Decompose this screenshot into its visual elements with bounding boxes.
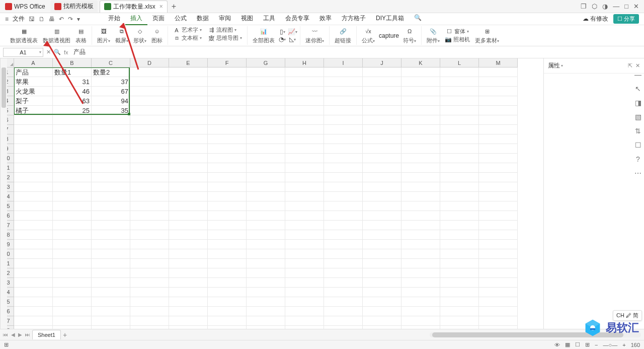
cell[interactable]: [440, 307, 479, 316]
cell[interactable]: [247, 115, 285, 125]
col-header-E[interactable]: E: [169, 58, 208, 67]
close-window-icon[interactable]: ✕: [633, 3, 639, 10]
cell[interactable]: [401, 77, 440, 87]
col-header-K[interactable]: K: [401, 58, 440, 67]
cell[interactable]: [324, 144, 363, 154]
col-header-F[interactable]: F: [208, 58, 247, 67]
cell[interactable]: [53, 278, 92, 288]
cell[interactable]: [14, 307, 53, 316]
cell[interactable]: [14, 278, 53, 288]
cell[interactable]: [285, 316, 324, 326]
col-header-H[interactable]: H: [285, 58, 324, 67]
cell[interactable]: [130, 144, 169, 154]
cell[interactable]: [324, 268, 363, 278]
menu-tab-insert[interactable]: 插入: [125, 13, 147, 25]
cell[interactable]: [130, 259, 169, 268]
cell[interactable]: [247, 192, 285, 201]
cell[interactable]: [208, 182, 247, 192]
sheet-tab-1[interactable]: Sheet1: [32, 330, 61, 339]
col-header-M[interactable]: M: [479, 58, 518, 67]
cell[interactable]: [92, 125, 130, 134]
cell[interactable]: [401, 268, 440, 278]
cell[interactable]: [363, 192, 401, 201]
cell[interactable]: [169, 115, 208, 125]
print-qat-icon[interactable]: 🖶: [49, 16, 55, 23]
cell[interactable]: [324, 192, 363, 201]
cell[interactable]: [479, 230, 518, 240]
textbox-button[interactable]: ⧈文本框▾: [172, 34, 203, 42]
cell[interactable]: [401, 259, 440, 268]
print-preview-qat-icon[interactable]: 🗋: [39, 16, 45, 23]
col-header-J[interactable]: J: [363, 58, 401, 67]
cell[interactable]: [130, 297, 169, 307]
find-icon[interactable]: 🔍: [54, 49, 61, 55]
menu-tab-start[interactable]: 开始: [103, 13, 125, 25]
cell[interactable]: [14, 173, 53, 182]
cell[interactable]: [53, 211, 92, 221]
cell[interactable]: [440, 182, 479, 192]
document-tab[interactable]: 工作簿数量.xlsx ×: [100, 1, 168, 13]
cell[interactable]: [53, 221, 92, 230]
cell[interactable]: [440, 316, 479, 326]
cell[interactable]: [130, 221, 169, 230]
cell[interactable]: [208, 77, 247, 87]
cell[interactable]: [479, 87, 518, 96]
cell[interactable]: 35: [92, 106, 130, 115]
cell[interactable]: [53, 316, 92, 326]
cell[interactable]: [14, 134, 53, 144]
cell[interactable]: [363, 125, 401, 134]
filter-tool-icon[interactable]: ▧: [633, 113, 642, 122]
cell[interactable]: [130, 67, 169, 77]
cell[interactable]: [324, 240, 363, 249]
col-header-B[interactable]: B: [53, 58, 92, 67]
cell[interactable]: [208, 268, 247, 278]
cell[interactable]: [479, 163, 518, 173]
cell[interactable]: [53, 134, 92, 144]
cell[interactable]: [324, 125, 363, 134]
cell[interactable]: [130, 278, 169, 288]
cell[interactable]: [401, 115, 440, 125]
cell[interactable]: [247, 249, 285, 259]
more-tool-icon[interactable]: ⋯: [633, 169, 642, 178]
cell[interactable]: [247, 96, 285, 106]
cell[interactable]: [169, 230, 208, 240]
camera-button[interactable]: 📷照相机: [444, 36, 471, 43]
cell[interactable]: [440, 211, 479, 221]
cell[interactable]: [324, 307, 363, 316]
cell[interactable]: [169, 240, 208, 249]
cell[interactable]: [479, 259, 518, 268]
cube-icon[interactable]: ⬡: [592, 3, 597, 10]
cell[interactable]: [169, 307, 208, 316]
icons-button[interactable]: ☺图标: [150, 27, 164, 44]
cell[interactable]: [285, 211, 324, 221]
cell[interactable]: [401, 173, 440, 182]
file-menu[interactable]: ≡ 文件 🖫 🗋 🖶 ↶ ↷ ▾: [2, 15, 83, 23]
vscroll-thumb[interactable]: [2, 67, 6, 108]
menu-tab-data[interactable]: 数据: [192, 13, 214, 25]
cell[interactable]: [14, 144, 53, 154]
cell[interactable]: [53, 144, 92, 154]
cell[interactable]: [324, 182, 363, 192]
cell[interactable]: [247, 230, 285, 240]
cell[interactable]: [324, 316, 363, 326]
cell[interactable]: [479, 240, 518, 249]
qat-dropdown-icon[interactable]: ▾: [77, 16, 80, 23]
cell[interactable]: [14, 211, 53, 221]
cell[interactable]: [401, 201, 440, 211]
cell[interactable]: 46: [53, 87, 92, 96]
cell[interactable]: [247, 106, 285, 115]
cell[interactable]: [479, 297, 518, 307]
cell[interactable]: [247, 240, 285, 249]
cell[interactable]: [53, 182, 92, 192]
zoom-in-icon[interactable]: +: [622, 342, 625, 348]
cell[interactable]: [479, 125, 518, 134]
cell[interactable]: [169, 134, 208, 144]
cell[interactable]: [363, 163, 401, 173]
cell[interactable]: [401, 192, 440, 201]
menu-tab-formula[interactable]: 公式: [170, 13, 192, 25]
cell[interactable]: [169, 125, 208, 134]
chevron-down-icon[interactable]: ▾: [561, 63, 563, 68]
cell[interactable]: [401, 163, 440, 173]
menu-tab-member[interactable]: 会员专享: [280, 13, 314, 25]
cell[interactable]: 数量2: [92, 67, 130, 77]
